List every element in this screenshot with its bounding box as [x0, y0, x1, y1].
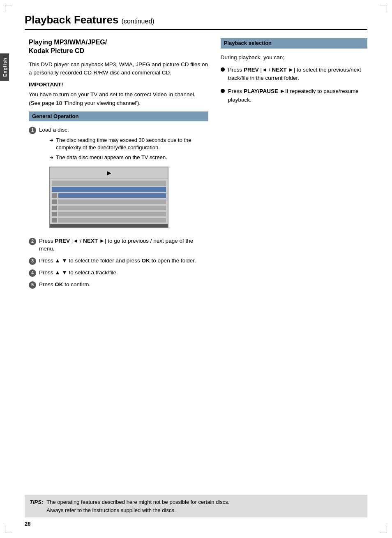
step-1-arrow-2: The data disc menu appears on the TV scr…	[49, 154, 208, 161]
page-number: 28	[25, 520, 30, 528]
step-2-content: Press PREV |◄ / NEXT ►| to go to previou…	[39, 237, 208, 253]
step-5-content: Press OK to confirm.	[39, 281, 208, 289]
right-column: Playback selection During playback, you …	[221, 38, 367, 293]
tips-text: The operating features described here mi…	[46, 498, 229, 514]
tv-row-3	[52, 193, 166, 198]
playback-bullet-1: Press PREV |◄ / NEXT ►| to select the pr…	[221, 66, 367, 83]
corner-mark-tr	[380, 5, 387, 12]
playback-bullet-2-text: Press PLAY/PAUSE ►II repeatedly to pause…	[228, 87, 367, 104]
page-header: Playback Features (continued)	[25, 12, 367, 30]
playback-bullet-2: Press PLAY/PAUSE ►II repeatedly to pause…	[221, 87, 367, 104]
tv-row-6	[52, 211, 166, 217]
step-2-text: Press PREV |◄ / NEXT ►| to go to previou…	[39, 238, 193, 252]
step-1-text: Load a disc.	[39, 127, 69, 133]
important-text: You have to turn on your TV and set to t…	[29, 90, 208, 107]
step-2: 2 Press PREV |◄ / NEXT ►| to go to previ…	[29, 237, 208, 253]
step-3-content: Press ▲ ▼ to select the folder and press…	[39, 257, 208, 265]
bullet-dot-1	[221, 67, 225, 72]
general-operation-bar: General Operation	[29, 111, 208, 121]
main-content: Playing MP3/WMA/JPEG/Kodak Picture CD Th…	[29, 38, 367, 293]
corner-mark-bl	[5, 526, 12, 533]
step-number-2: 2	[29, 238, 36, 245]
step-3: 3 Press ▲ ▼ to select the folder and pre…	[29, 257, 208, 265]
playback-bullet-1-text: Press PREV |◄ / NEXT ►| to select the pr…	[228, 66, 367, 83]
step-4: 4 Press ▲ ▼ to select a track/file.	[29, 269, 208, 277]
step-1-content: Load a disc. The disc reading time may e…	[39, 126, 208, 233]
tips-box: TIPS: The operating features described h…	[25, 495, 367, 517]
tv-row-4	[52, 199, 166, 204]
step-number-4: 4	[29, 269, 36, 277]
playback-intro: During playback, you can;	[221, 53, 367, 62]
playback-selection-bar: Playback selection	[221, 38, 367, 48]
step-4-content: Press ▲ ▼ to select a track/file.	[39, 269, 208, 277]
tv-row-5	[52, 205, 166, 211]
step-number-3: 3	[29, 257, 36, 265]
language-tab: English	[0, 53, 9, 81]
tv-screen-header: ▶	[50, 167, 168, 179]
step-1-arrow-1: The disc reading time may exceed 30 seco…	[49, 137, 208, 151]
left-section-title: Playing MP3/WMA/JPEG/Kodak Picture CD	[29, 38, 208, 56]
step-5: 5 Press OK to confirm.	[29, 281, 208, 289]
corner-mark-br	[380, 526, 387, 533]
step-number-1: 1	[29, 127, 36, 134]
step-4-text: Press ▲ ▼ to select a track/file.	[39, 269, 118, 276]
step-number-5: 5	[29, 281, 36, 289]
corner-mark-tl	[5, 5, 12, 12]
page-title: Playback Features (continued)	[25, 14, 154, 26]
tips-label: TIPS:	[30, 498, 43, 514]
tv-row-7	[52, 218, 166, 223]
tv-row-2	[52, 187, 166, 192]
tv-row-1	[52, 181, 166, 186]
intro-text: This DVD player can playback MP3, WMA, J…	[29, 60, 208, 77]
bullet-dot-2	[221, 89, 225, 93]
step-1: 1 Load a disc. The disc reading time may…	[29, 126, 208, 233]
step-5-text: Press OK to confirm.	[39, 281, 90, 288]
tv-screen-footer	[50, 224, 168, 227]
left-column: Playing MP3/WMA/JPEG/Kodak Picture CD Th…	[29, 38, 208, 293]
important-label: IMPORTANT!	[29, 81, 208, 89]
step-3-text: Press ▲ ▼ to select the folder and press…	[39, 257, 196, 264]
tv-screen-mockup: ▶	[49, 167, 168, 229]
